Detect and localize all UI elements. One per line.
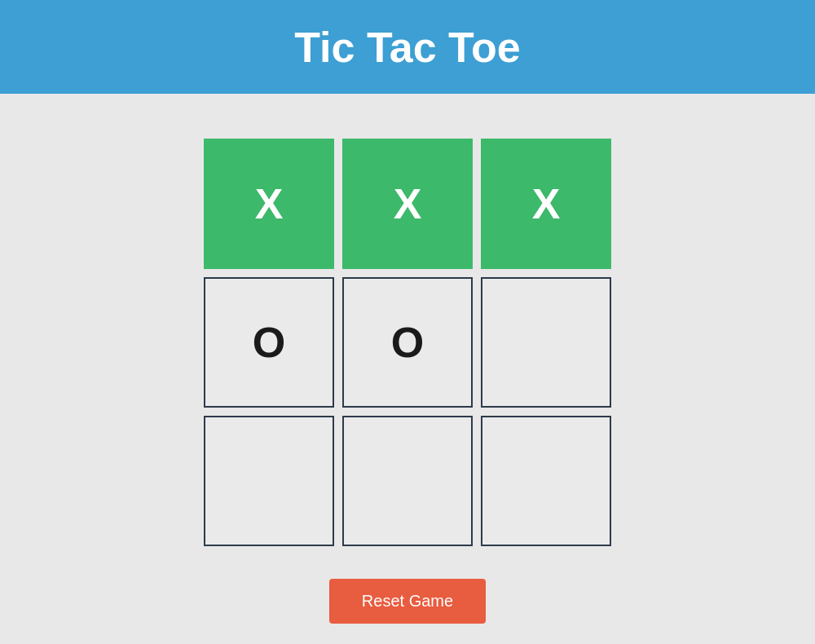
page-header: Tic Tac Toe bbox=[0, 0, 815, 94]
board-cell-3[interactable]: O bbox=[204, 277, 334, 408]
board-cell-6[interactable] bbox=[204, 416, 334, 546]
board-cell-5[interactable] bbox=[481, 277, 611, 408]
board-cell-1[interactable]: X bbox=[342, 139, 473, 269]
board-cell-8[interactable] bbox=[481, 416, 611, 546]
game-board: XXXOO bbox=[204, 139, 611, 546]
board-cell-2[interactable]: X bbox=[481, 139, 611, 269]
main-content: XXXOO Reset Game bbox=[0, 94, 815, 624]
reset-button[interactable]: Reset Game bbox=[329, 579, 486, 624]
board-cell-4[interactable]: O bbox=[342, 277, 473, 408]
board-cell-7[interactable] bbox=[342, 416, 473, 546]
board-cell-0[interactable]: X bbox=[204, 139, 334, 269]
page-title: Tic Tac Toe bbox=[294, 23, 520, 72]
